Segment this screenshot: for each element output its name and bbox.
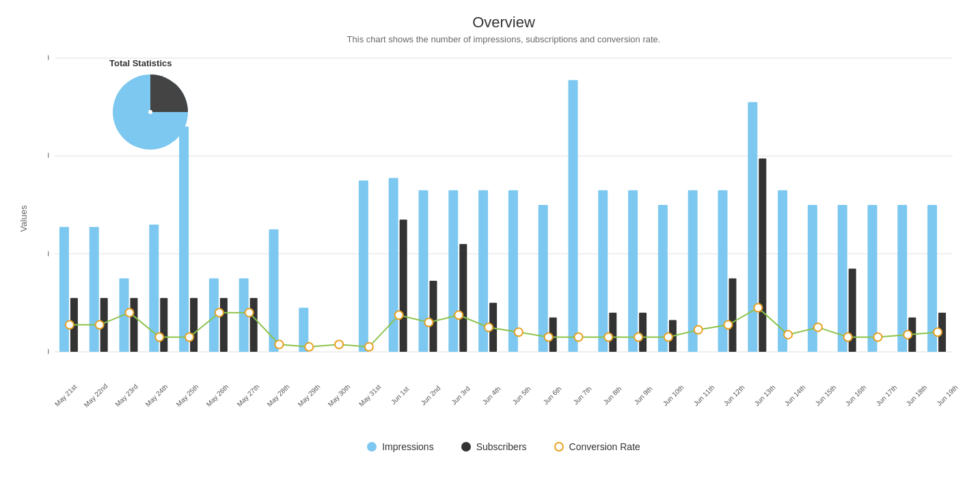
x-tick-label: May 22nd bbox=[83, 382, 109, 408]
x-tick-label: Jun 17th bbox=[873, 382, 899, 408]
svg-point-83 bbox=[784, 331, 792, 339]
x-tick-label: Jun 15th bbox=[812, 382, 839, 408]
svg-point-70 bbox=[395, 311, 403, 319]
svg-rect-54 bbox=[868, 205, 877, 352]
svg-rect-24 bbox=[269, 230, 279, 352]
svg-rect-26 bbox=[359, 180, 368, 352]
svg-text:600: 600 bbox=[48, 53, 49, 63]
svg-point-65 bbox=[245, 309, 254, 317]
legend-subscribers-dot bbox=[461, 442, 471, 452]
x-tick-label: Jun 11th bbox=[690, 382, 717, 408]
svg-rect-31 bbox=[448, 191, 458, 352]
svg-text:400: 400 bbox=[48, 151, 49, 161]
legend-subscribers-label: Subscribers bbox=[476, 441, 527, 452]
chart-legend: Impressions Subscribers Conversion Rate bbox=[48, 441, 959, 452]
x-tick-label: Jun 8th bbox=[599, 382, 626, 408]
svg-point-81 bbox=[724, 321, 733, 329]
svg-rect-10 bbox=[59, 227, 69, 352]
svg-point-76 bbox=[575, 333, 583, 342]
legend-conversion-label: Conversion Rate bbox=[569, 441, 640, 452]
chart-subtitle: This chart shows the number of impressio… bbox=[48, 34, 959, 44]
svg-rect-55 bbox=[897, 205, 907, 352]
svg-text:0: 0 bbox=[48, 347, 49, 357]
x-axis: May 21stMay 22ndMay 23rdMay 24thMay 25th… bbox=[48, 387, 959, 400]
svg-rect-12 bbox=[90, 227, 99, 352]
svg-rect-23 bbox=[250, 298, 258, 352]
svg-point-87 bbox=[903, 331, 912, 339]
legend-subscribers: Subscribers bbox=[461, 441, 527, 452]
svg-rect-41 bbox=[628, 191, 638, 352]
svg-point-75 bbox=[545, 333, 553, 342]
svg-rect-47 bbox=[729, 279, 737, 352]
svg-point-78 bbox=[634, 333, 642, 342]
svg-point-59 bbox=[66, 321, 74, 329]
svg-point-68 bbox=[335, 340, 343, 348]
x-tick-label: Jun 14th bbox=[782, 382, 808, 408]
svg-point-69 bbox=[365, 343, 373, 351]
svg-point-71 bbox=[425, 318, 433, 327]
svg-point-79 bbox=[664, 333, 672, 342]
x-tick-label: Jun 13th bbox=[751, 382, 778, 408]
svg-rect-32 bbox=[459, 244, 467, 352]
svg-point-86 bbox=[874, 333, 882, 342]
x-tick-label: Jun 12th bbox=[721, 382, 748, 408]
svg-rect-39 bbox=[598, 191, 608, 352]
x-tick-label: May 29th bbox=[295, 382, 322, 408]
svg-point-80 bbox=[694, 326, 703, 334]
svg-rect-21 bbox=[220, 298, 228, 352]
svg-rect-52 bbox=[838, 205, 847, 352]
x-tick-label: May 26th bbox=[204, 382, 231, 408]
x-tick-label: Jun 6th bbox=[539, 382, 565, 408]
x-tick-label: Jun 4th bbox=[478, 382, 504, 408]
svg-point-85 bbox=[844, 333, 852, 342]
svg-rect-27 bbox=[389, 178, 398, 352]
svg-rect-30 bbox=[430, 281, 437, 352]
svg-point-63 bbox=[185, 333, 193, 342]
svg-rect-18 bbox=[179, 126, 189, 352]
svg-point-77 bbox=[604, 333, 612, 342]
x-tick-label: May 28th bbox=[265, 382, 292, 408]
svg-point-66 bbox=[275, 340, 284, 348]
svg-point-72 bbox=[454, 311, 463, 319]
x-tick-label: May 30th bbox=[326, 382, 353, 408]
x-tick-label: May 21st bbox=[53, 382, 79, 408]
legend-conversion-rate: Conversion Rate bbox=[554, 441, 640, 452]
svg-point-88 bbox=[934, 328, 942, 336]
legend-impressions: Impressions bbox=[367, 441, 433, 452]
legend-conversion-dot bbox=[554, 442, 564, 452]
svg-point-60 bbox=[96, 321, 104, 329]
svg-point-73 bbox=[485, 323, 493, 331]
svg-rect-38 bbox=[569, 80, 578, 352]
x-tick-label: Jun 1st bbox=[387, 382, 413, 408]
svg-rect-15 bbox=[131, 298, 138, 352]
chart-title: Overview bbox=[48, 14, 959, 31]
y-axis-label: Values bbox=[18, 206, 29, 232]
svg-rect-36 bbox=[539, 205, 548, 352]
svg-point-62 bbox=[155, 333, 163, 342]
x-tick-label: May 27th bbox=[234, 382, 261, 408]
svg-point-82 bbox=[754, 304, 762, 312]
svg-rect-19 bbox=[190, 298, 198, 352]
svg-point-74 bbox=[515, 328, 523, 336]
svg-rect-29 bbox=[419, 191, 428, 352]
x-tick-label: Jun 9th bbox=[629, 382, 656, 408]
svg-rect-40 bbox=[609, 313, 616, 352]
svg-rect-42 bbox=[639, 313, 646, 352]
x-tick-label: Jun 16th bbox=[843, 382, 869, 408]
svg-rect-35 bbox=[508, 191, 518, 352]
legend-impressions-label: Impressions bbox=[382, 441, 433, 452]
x-tick-label: Jun 18th bbox=[903, 382, 930, 408]
x-tick-label: Jun 7th bbox=[569, 382, 595, 408]
svg-text:200: 200 bbox=[48, 249, 49, 259]
svg-rect-28 bbox=[400, 220, 407, 352]
svg-rect-48 bbox=[748, 102, 757, 352]
main-chart-svg: 0200400600 bbox=[48, 51, 959, 386]
svg-rect-49 bbox=[759, 158, 766, 352]
x-tick-label: May 23rd bbox=[113, 382, 139, 408]
svg-point-67 bbox=[305, 343, 313, 351]
x-tick-label: Jun 19th bbox=[934, 382, 960, 408]
x-tick-label: May 25th bbox=[174, 382, 200, 408]
x-tick-label: Jun 2nd bbox=[417, 382, 444, 408]
svg-point-84 bbox=[814, 323, 822, 331]
x-tick-label: May 31st bbox=[356, 382, 383, 408]
